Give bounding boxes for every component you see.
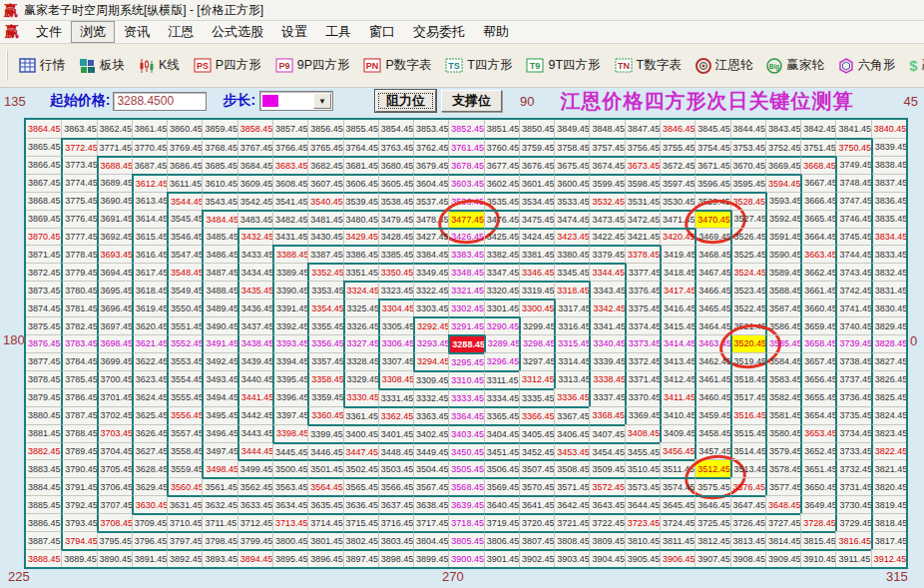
price-cell[interactable]: 3688.45 [97, 156, 132, 174]
price-cell[interactable]: 3622.45 [132, 352, 167, 370]
price-cell[interactable]: 3458.45 [694, 424, 729, 442]
price-cell[interactable]: 3784.45 [61, 352, 96, 370]
price-cell[interactable]: 3357.45 [307, 352, 342, 370]
price-cell[interactable]: 3565.45 [343, 477, 378, 495]
price-cell[interactable]: 3741.45 [835, 298, 870, 316]
price-cell[interactable]: 3359.45 [307, 388, 342, 406]
price-cell[interactable]: 3617.45 [132, 263, 167, 281]
price-cell[interactable]: 3709.45 [132, 513, 167, 531]
price-cell[interactable]: 3817.45 [871, 531, 906, 549]
price-cell[interactable]: 3460.45 [694, 388, 729, 406]
price-cell[interactable]: 3785.45 [61, 370, 96, 388]
price-cell[interactable]: 3685.45 [202, 156, 236, 174]
price-cell[interactable]: 3669.45 [765, 156, 800, 174]
price-cell[interactable]: 3489.45 [202, 298, 236, 316]
price-cell[interactable]: 3821.45 [871, 459, 906, 477]
toolbar-item-kline[interactable]: K线 [139, 57, 180, 74]
price-cell[interactable]: 3692.45 [97, 228, 132, 246]
price-cell[interactable]: 3465.45 [694, 298, 729, 316]
price-cell[interactable]: 3388.45 [272, 245, 307, 263]
price-cell[interactable]: 3428.45 [378, 228, 413, 246]
price-cell[interactable]: 3450.45 [448, 442, 483, 460]
price-cell[interactable]: 3724.45 [660, 513, 694, 531]
price-cell[interactable]: 3474.45 [554, 210, 589, 228]
price-cell[interactable]: 3652.45 [800, 442, 835, 460]
price-cell[interactable]: 3826.45 [871, 370, 906, 388]
price-cell[interactable]: 3703.45 [97, 424, 132, 442]
price-cell[interactable]: 3871.45 [26, 245, 61, 263]
price-cell[interactable]: 3719.45 [484, 513, 519, 531]
price-cell[interactable]: 3435.45 [237, 281, 272, 298]
price-cell[interactable]: 3519.45 [730, 352, 765, 370]
price-cell[interactable]: 3612.45 [132, 174, 167, 192]
price-cell[interactable]: 3296.45 [484, 352, 519, 370]
price-cell[interactable]: 3527.45 [730, 210, 765, 228]
price-cell[interactable]: 3402.45 [413, 424, 448, 442]
price-cell[interactable]: 3624.45 [132, 388, 167, 406]
price-cell[interactable]: 3375.45 [625, 298, 660, 316]
price-cell[interactable]: 3619.45 [132, 298, 167, 316]
price-cell[interactable]: 3805.45 [448, 531, 483, 549]
price-cell[interactable]: 3462.45 [694, 352, 729, 370]
price-cell[interactable]: 3495.45 [202, 406, 236, 424]
price-cell[interactable]: 3494.45 [202, 388, 236, 406]
price-cell[interactable]: 3433.45 [237, 245, 272, 263]
price-cell[interactable]: 3534.45 [519, 192, 554, 210]
price-cell[interactable]: 3426.45 [448, 228, 483, 246]
price-cell[interactable]: 3659.45 [800, 316, 835, 334]
price-cell[interactable]: 3293.45 [413, 334, 448, 352]
price-cell[interactable]: 3447.45 [343, 442, 378, 460]
price-cell[interactable]: 3502.45 [343, 459, 378, 477]
price-cell[interactable]: 3324.45 [343, 281, 378, 298]
price-cell[interactable]: 3863.45 [61, 120, 96, 138]
price-cell[interactable]: 3697.45 [97, 316, 132, 334]
price-cell[interactable]: 3299.45 [519, 316, 554, 334]
price-cell[interactable]: 3374.45 [625, 316, 660, 334]
price-cell[interactable]: 3516.45 [730, 406, 765, 424]
price-cell[interactable]: 3845.45 [694, 120, 729, 138]
price-cell[interactable]: 3393.45 [272, 334, 307, 352]
price-cell[interactable]: 3454.45 [589, 442, 624, 460]
price-cell[interactable]: 3507.45 [519, 459, 554, 477]
price-cell[interactable]: 3381.45 [519, 245, 554, 263]
price-cell[interactable]: 3373.45 [625, 334, 660, 352]
price-cell[interactable]: 3304.45 [378, 298, 413, 316]
price-cell[interactable]: 3370.45 [625, 388, 660, 406]
price-cell[interactable]: 3800.45 [272, 531, 307, 549]
price-cell[interactable]: 3842.45 [800, 120, 835, 138]
price-cell[interactable]: 3530.45 [660, 192, 694, 210]
price-cell[interactable]: 3746.45 [835, 210, 870, 228]
price-cell[interactable]: 3512.45 [694, 459, 729, 477]
price-cell[interactable]: 3911.45 [835, 549, 870, 567]
price-cell[interactable]: 3457.45 [694, 442, 729, 460]
price-cell[interactable]: 3376.45 [625, 281, 660, 298]
price-cell[interactable]: 3857.45 [272, 120, 307, 138]
price-cell[interactable]: 3666.45 [800, 192, 835, 210]
price-cell[interactable]: 3894.45 [237, 549, 272, 567]
toolbar-item-t-table[interactable]: TN T数字表 [615, 57, 682, 74]
price-cell[interactable]: 3558.45 [167, 442, 202, 460]
price-cell[interactable]: 3355.45 [307, 316, 342, 334]
price-cell[interactable]: 3682.45 [307, 156, 342, 174]
price-cell[interactable]: 3892.45 [167, 549, 202, 567]
price-cell[interactable]: 3569.45 [484, 477, 519, 495]
price-cell[interactable]: 3657.45 [800, 352, 835, 370]
price-cell[interactable]: 3662.45 [800, 263, 835, 281]
price-cell[interactable]: 3404.45 [484, 424, 519, 442]
price-cell[interactable]: 3667.45 [800, 174, 835, 192]
price-cell[interactable]: 3560.45 [167, 477, 202, 495]
price-cell[interactable]: 3482.45 [272, 210, 307, 228]
price-cell[interactable]: 3398.45 [272, 424, 307, 442]
price-cell[interactable]: 3660.45 [800, 298, 835, 316]
price-cell[interactable]: 3325.45 [343, 298, 378, 316]
price-cell[interactable]: 3479.45 [378, 210, 413, 228]
price-cell[interactable]: 3756.45 [625, 138, 660, 156]
price-cell[interactable]: 3607.45 [307, 174, 342, 192]
support-button[interactable]: 支撑位 [441, 90, 502, 112]
price-cell[interactable]: 3464.45 [694, 316, 729, 334]
price-cell[interactable]: 3869.45 [26, 210, 61, 228]
price-cell[interactable]: 3810.45 [625, 531, 660, 549]
price-cell[interactable]: 3501.45 [307, 459, 342, 477]
toolbar-item-9p-square[interactable]: P9 9P四方形 [275, 57, 350, 74]
price-cell[interactable]: 3367.45 [554, 406, 589, 424]
